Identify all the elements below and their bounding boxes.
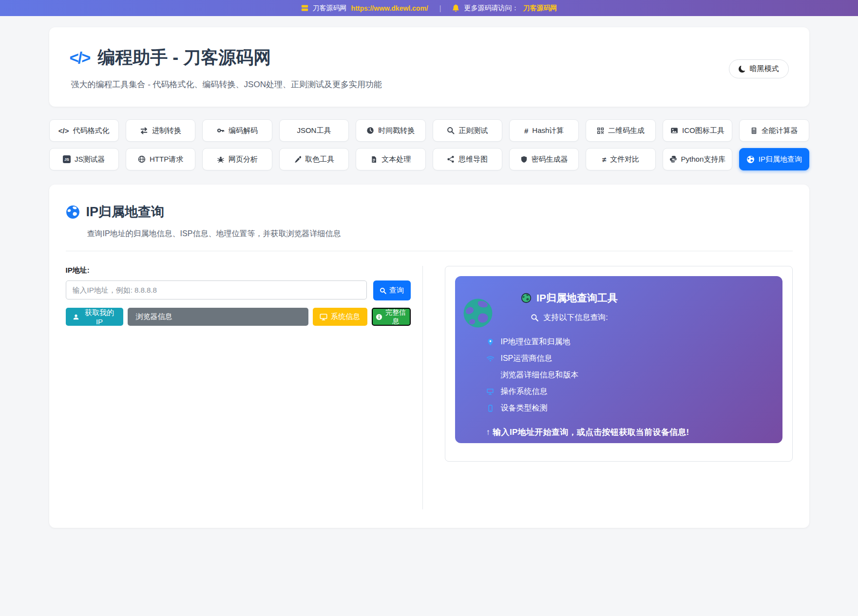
nav-qrcode-generate[interactable]: 二维码生成 (586, 119, 655, 142)
nav-calculator[interactable]: 全能计算器 (739, 119, 809, 142)
nav-color-picker[interactable]: 取色工具 (279, 148, 349, 170)
browser-info-button[interactable]: 浏览器信息 (128, 308, 308, 326)
nav-webpage-analyze[interactable]: 网页分析 (202, 148, 272, 170)
nav-timestamp-convert[interactable]: 时间戳转换 (356, 119, 425, 142)
nav-label: 二维码生成 (608, 126, 645, 135)
info-panel-card: IP归属地查询工具 支持以下信息查询: (445, 266, 793, 462)
python-icon (669, 155, 677, 163)
not-equal-icon: ≠ (602, 155, 606, 164)
globe-icon (138, 155, 146, 163)
pin-icon (486, 338, 495, 346)
nav-label: 密码生成器 (532, 155, 568, 164)
nav-label: 文件对比 (610, 155, 639, 164)
file-text-icon (370, 156, 378, 163)
full-info-label: 完整信息 (385, 308, 407, 326)
nav-http-request[interactable]: HTTP请求 (126, 148, 195, 170)
page-title: 编程助手 - 刀客源码网 (97, 46, 271, 70)
search-icon (380, 287, 386, 294)
feature-list: IP地理位置和归属地 ISP运营商信息 浏览器详细信息和版本 (486, 334, 782, 416)
clock-icon (366, 127, 374, 134)
monitor-icon (486, 388, 495, 395)
nav-file-compare[interactable]: ≠ 文件对比 (586, 148, 655, 170)
panel-title: IP归属地查询工具 (536, 291, 618, 305)
nav-text-process[interactable]: 文本处理 (356, 148, 425, 170)
nav-js-tester[interactable]: JS JS测试器 (49, 148, 119, 170)
top-announcement-bar: 刀客源码网 https://www.dkewl.com/ | 更多源码请访问： … (0, 0, 858, 16)
nav-json-tool[interactable]: JSON工具 (279, 119, 349, 142)
phone-icon (486, 405, 495, 412)
panel-footer-text: ↑ 输入IP地址开始查询，或点击按钮获取当前设备信息! (486, 427, 782, 438)
topbar-site-url-link[interactable]: https://www.dkewl.com/ (351, 4, 428, 12)
tool-subtitle: 查询IP地址的归属地信息、ISP信息、地理位置等，并获取浏览器详细信息 (87, 229, 793, 239)
nav-ip-lookup[interactable]: IP归属地查询 (739, 148, 809, 170)
action-buttons-row: 获取我的IP 浏览器信息 系统信息 (66, 308, 411, 326)
list-item-label: ISP运营商信息 (501, 354, 553, 364)
nav-ico-tool[interactable]: ICO图标工具 (663, 119, 732, 142)
panel-subtitle: 支持以下信息查询: (543, 313, 608, 323)
header-title-row: </> 编程助手 - 刀客源码网 (70, 46, 789, 70)
nav-label: 正则测试 (458, 126, 488, 135)
code-icon: </> (58, 127, 69, 135)
globe-icon (463, 298, 493, 329)
list-item: 浏览器详细信息和版本 (486, 367, 782, 383)
swap-icon (140, 127, 148, 135)
dark-mode-button[interactable]: 暗黑模式 (729, 59, 789, 78)
nav-label: ICO图标工具 (682, 126, 725, 135)
query-button-label: 查询 (389, 286, 404, 295)
header-card: </> 编程助手 - 刀客源码网 强大的编程工具集合 - 代码格式化、编码转换、… (49, 27, 809, 107)
tool-nav-row-2: JS JS测试器 HTTP请求 网页分析 取色工具 文本处理 思维导图 密码生成… (49, 148, 809, 170)
monitor-icon (320, 313, 327, 321)
wifi-icon (486, 355, 495, 363)
hash-icon: # (524, 127, 528, 135)
search-icon (531, 314, 539, 322)
topbar-site-name: 刀客源码网 (313, 4, 347, 13)
tool-nav-row-1: </> 代码格式化 进制转换 编码解码 JSON工具 时间戳转换 正则测试 # … (49, 119, 809, 142)
spider-icon (217, 155, 225, 163)
topbar-divider: | (439, 4, 441, 12)
topbar-notice-link[interactable]: 刀客源码网 (523, 4, 557, 13)
nav-label: 文本处理 (381, 155, 411, 164)
browser-info-label: 浏览器信息 (136, 312, 172, 321)
list-item-label: 设备类型检测 (501, 403, 548, 413)
nav-label: 代码格式化 (73, 126, 110, 135)
get-my-ip-button[interactable]: 获取我的IP (66, 308, 123, 326)
nav-label: Python支持库 (681, 155, 726, 164)
query-form: IP地址: 查询 获取我的IP (66, 266, 411, 509)
nav-label: Hash计算 (532, 126, 564, 135)
nav-mindmap[interactable]: 思维导图 (433, 148, 502, 170)
person-icon (73, 314, 79, 320)
ip-address-label: IP地址: (66, 266, 411, 275)
nav-label: JSON工具 (297, 126, 331, 135)
system-info-button[interactable]: 系统信息 (313, 308, 367, 326)
nav-label: IP归属地查询 (759, 155, 802, 164)
server-icon (301, 4, 308, 12)
qr-icon (597, 127, 604, 134)
topbar-notice-text: 更多源码请访问： (464, 4, 518, 13)
search-icon (447, 127, 455, 134)
nav-label: JS测试器 (75, 155, 105, 164)
nav-regex-test[interactable]: 正则测试 (433, 119, 502, 142)
ip-lookup-card: IP归属地查询 查询IP地址的归属地信息、ISP信息、地理位置等，并获取浏览器详… (49, 185, 809, 528)
result-area: IP归属地查询工具 支持以下信息查询: (423, 266, 793, 509)
mindmap-icon (447, 155, 455, 163)
nav-python-lib[interactable]: Python支持库 (663, 148, 732, 170)
nav-code-format[interactable]: </> 代码格式化 (49, 119, 119, 142)
section-divider (66, 251, 793, 251)
nav-encode-decode[interactable]: 编码解码 (202, 119, 272, 142)
full-info-button[interactable]: 完整信息 (372, 308, 411, 326)
nav-password-generator[interactable]: 密码生成器 (509, 148, 579, 170)
tool-body: IP地址: 查询 获取我的IP (66, 266, 793, 509)
image-icon (670, 127, 678, 134)
tool-header: IP归属地查询 (66, 203, 793, 221)
shield-icon (520, 156, 528, 163)
globe-icon (66, 205, 80, 219)
ip-address-input[interactable] (66, 280, 367, 299)
nav-hash-calc[interactable]: # Hash计算 (509, 119, 579, 142)
tool-title: IP归属地查询 (86, 203, 165, 221)
js-icon: JS (63, 155, 71, 163)
list-item-label: IP地理位置和归属地 (501, 337, 571, 347)
ip-input-row: 查询 (66, 280, 411, 300)
query-button[interactable]: 查询 (373, 280, 411, 300)
nav-base-convert[interactable]: 进制转换 (126, 119, 195, 142)
info-panel: IP归属地查询工具 支持以下信息查询: (455, 276, 782, 443)
